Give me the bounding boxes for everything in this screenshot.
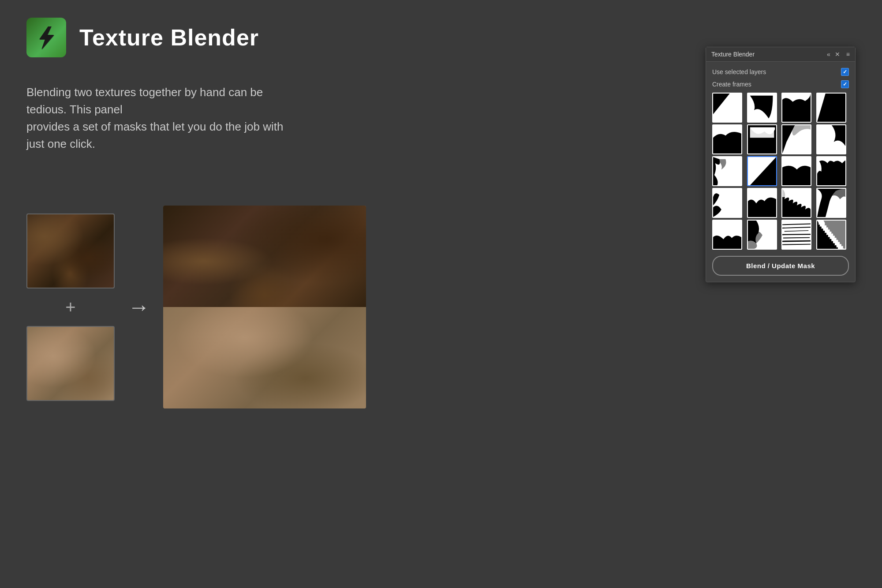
blend-update-mask-button[interactable]: Blend / Update Mask [712,256,849,276]
app-title: Texture Blender [79,24,259,51]
svg-rect-22 [782,189,811,197]
mask-grid [712,93,849,250]
mask-thumb-17[interactable] [712,220,742,250]
demo-textures: + [26,213,115,401]
plus-symbol: + [65,297,75,317]
mask-thumb-11[interactable] [781,156,811,186]
mask-thumb-18[interactable] [747,220,777,250]
description-text: Blending two textures together by hand c… [0,75,331,161]
mask-thumb-5[interactable] [712,124,742,154]
mask-thumb-6[interactable] [747,124,777,154]
create-frames-checkbox[interactable] [841,80,849,88]
option-row-use-selected: Use selected layers [712,68,849,76]
option-row-create-frames: Create frames [712,80,849,88]
svg-line-33 [782,244,811,245]
texture-mulch [26,213,115,288]
app-icon-svg [33,24,60,51]
app-icon [26,18,66,57]
texture-sand [26,326,115,401]
create-frames-label: Create frames [712,81,751,88]
demo-area: + → [26,206,366,408]
svg-line-30 [782,234,811,235]
mask-thumb-3[interactable] [781,93,811,123]
mask-thumb-8[interactable] [816,124,846,154]
texture-blender-panel: Texture Blender « ✕ ≡ Use selected layer… [706,47,856,282]
mask-thumb-12[interactable] [816,156,846,186]
mask-thumb-1[interactable] [712,93,742,123]
mask-thumb-4[interactable] [816,93,846,123]
svg-rect-11 [750,127,774,138]
mask-thumb-14[interactable] [747,188,777,218]
svg-line-31 [783,238,810,238]
mask-thumb-13[interactable] [712,188,742,218]
mask-thumb-7[interactable] [781,124,811,154]
panel-collapse-button[interactable]: « [827,51,830,58]
svg-line-32 [782,241,811,241]
panel-body: Use selected layers Create frames [706,62,855,282]
mask-thumb-10[interactable] [747,156,777,186]
mask-thumb-9[interactable] [712,156,742,186]
mask-thumb-15[interactable] [781,188,811,218]
result-image [163,206,366,408]
mask-thumb-16[interactable] [816,188,846,218]
mask-thumb-20[interactable] [816,220,846,250]
mask-thumb-2[interactable] [747,93,777,123]
main-content: + → Texture Blender « ✕ ≡ Use selected l… [0,161,882,426]
use-selected-layers-checkbox[interactable] [841,68,849,76]
use-selected-layers-label: Use selected layers [712,68,766,75]
result-bottom [163,307,366,408]
arrow-symbol: → [128,294,150,320]
panel-titlebar: Texture Blender « ✕ ≡ [706,47,855,62]
result-top [163,206,366,317]
panel-close-button[interactable]: ✕ [835,51,840,58]
panel-title: Texture Blender [711,51,755,58]
panel-menu-button[interactable]: ≡ [846,51,850,58]
mask-thumb-19[interactable] [781,220,811,250]
panel-controls: « ✕ ≡ [827,51,850,58]
